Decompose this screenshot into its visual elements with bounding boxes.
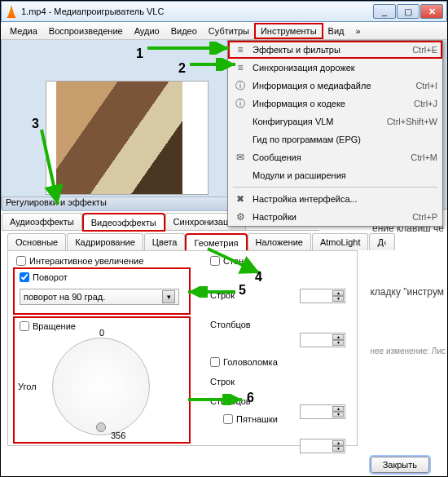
wall-rows-spin[interactable]: 3 ▴▾ — [300, 289, 345, 303]
tools-menu-item[interactable]: Гид по программам (EPG) — [228, 130, 442, 148]
menu-tools[interactable]: Инструменты — [255, 24, 323, 38]
rotation-checkbox[interactable] — [20, 321, 29, 331]
video-effects-tabs: Основные Кадрирование Цвета Геометрия На… — [7, 232, 358, 250]
puzzle-cols-spin[interactable]: 4 ▴▾ — [300, 439, 345, 453]
rotate-combo[interactable]: поворот на 90 град. ▾ — [20, 289, 179, 305]
bg-text: нее изменение: Лис — [371, 347, 446, 356]
menu-item-label: Информация о медиафайле — [253, 81, 409, 91]
menubar: Медиа Воспроизведение Аудио Видео Субтит… — [1, 22, 447, 40]
spin-up-icon[interactable]: ▴ — [332, 406, 344, 412]
tools-menu-item[interactable]: ⓘИнформация о медиафайлеCtrl+I — [228, 77, 442, 95]
tools-menu-item[interactable]: ⚙НастройкиCtrl+P — [228, 208, 442, 226]
tab-audio-effects[interactable]: Аудиоэффекты — [2, 213, 82, 230]
maximize-button[interactable]: ▢ — [397, 4, 419, 19]
menu-item-shortcut: Ctrl+P — [412, 212, 437, 222]
fifteen-check[interactable]: Пятнашки — [223, 414, 278, 424]
menu-view[interactable]: Вид — [323, 24, 350, 38]
tools-menu-item[interactable]: Модули и расширения — [228, 166, 442, 184]
tools-menu-item[interactable]: ≡Синхронизация дорожек — [228, 59, 442, 77]
tab-colors[interactable]: Цвета — [144, 233, 186, 250]
menu-item-shortcut: Ctrl+Shift+W — [387, 117, 437, 126]
puzzle-label: Головоломка — [223, 357, 278, 367]
minimize-button[interactable]: _ — [373, 4, 396, 19]
dialog-close-button[interactable]: Закрыть — [371, 457, 429, 473]
menu-item-shortcut: Ctrl+E — [412, 45, 437, 55]
spin-down-icon[interactable]: ▾ — [332, 446, 344, 452]
menu-item-icon: ✉ — [233, 150, 248, 165]
svg-line-2 — [42, 130, 58, 205]
wall-cols-spin[interactable]: 3 ▴▾ — [300, 333, 345, 347]
arrow-2 — [187, 58, 242, 71]
tab-video-effects[interactable]: Видеоэффекты — [83, 214, 165, 231]
menu-video[interactable]: Видео — [165, 24, 203, 38]
tab-more[interactable]: Д‹ — [369, 233, 394, 250]
callout-3: 3 — [32, 117, 39, 131]
spin-up-icon[interactable]: ▴ — [332, 334, 344, 340]
menu-separator — [233, 187, 437, 188]
callout-5: 5 — [239, 283, 246, 298]
close-button[interactable]: ✕ — [420, 4, 443, 19]
menu-item-icon — [233, 168, 248, 183]
tools-menu-item[interactable]: ≡Эффекты и фильтрыCtrl+E — [228, 41, 442, 59]
menu-item-label: Настройка интерфейса... — [253, 194, 431, 204]
arrow-6 — [183, 394, 248, 405]
menu-item-icon: ⓘ — [233, 78, 248, 93]
puzzle-check[interactable]: Головоломка — [210, 357, 278, 367]
spin-down-icon[interactable]: ▾ — [332, 340, 344, 346]
interactive-zoom-label: Интерактивное увеличение — [29, 256, 143, 266]
spin-up-icon[interactable]: ▴ — [332, 290, 344, 296]
vlc-icon — [5, 5, 18, 18]
interactive-zoom-check[interactable]: Интерактивное увеличение — [16, 256, 143, 266]
menu-media[interactable]: Медиа — [4, 24, 43, 38]
rotate-check[interactable]: Поворот — [20, 272, 68, 282]
menu-item-label: Сообщения — [253, 152, 404, 162]
arrow-3 — [33, 123, 66, 213]
fifteen-checkbox[interactable] — [223, 414, 233, 424]
dial-min: 0 — [99, 328, 104, 338]
interactive-zoom-checkbox[interactable] — [16, 256, 26, 266]
menu-item-label: Настройки — [253, 212, 406, 222]
tab-basic[interactable]: Основные — [7, 233, 66, 250]
menu-item-label: Синхронизация дорожек — [253, 63, 431, 73]
tools-menu-item[interactable]: ⓘИнформация о кодекеCtrl+J — [228, 95, 442, 113]
rotation-check[interactable]: Вращение — [20, 321, 76, 331]
arrow-5 — [183, 286, 240, 298]
menu-item-shortcut: Ctrl+J — [414, 99, 437, 108]
tab-atmolight[interactable]: AtmoLight — [312, 233, 369, 250]
menu-overflow[interactable]: » — [349, 24, 366, 38]
menu-playback[interactable]: Воспроизведение — [43, 24, 129, 38]
rotate-combo-value: поворот на 90 град. — [24, 292, 105, 302]
puzzle-rows-label: Строк — [210, 377, 235, 386]
menu-item-icon — [233, 132, 248, 147]
tools-menu-item[interactable]: ✖Настройка интерфейса... — [228, 190, 442, 208]
spin-down-icon[interactable]: ▾ — [332, 296, 344, 302]
callout-6: 6 — [247, 391, 254, 405]
geometry-panel: Интерактивное увеличение Стена Поворот п… — [7, 250, 358, 446]
callout-4: 4 — [255, 270, 262, 285]
menu-subtitles[interactable]: Субтитры — [203, 24, 255, 38]
menu-item-icon: ⓘ — [233, 96, 248, 111]
menu-item-label: Конфигурация VLM — [253, 117, 380, 126]
menu-item-icon: ✖ — [233, 192, 248, 206]
video-thumbnail — [46, 81, 209, 195]
rotation-label: Вращение — [33, 321, 76, 331]
rotate-label: Поворот — [33, 272, 68, 282]
rotation-dial[interactable] — [52, 338, 150, 435]
chevron-down-icon[interactable]: ▾ — [162, 290, 175, 303]
tab-crop[interactable]: Кадрирование — [67, 233, 143, 250]
tools-menu-item[interactable]: Конфигурация VLMCtrl+Shift+W — [228, 113, 442, 130]
puzzle-checkbox[interactable] — [210, 357, 220, 367]
menu-item-icon — [233, 114, 248, 129]
puzzle-rows-spin[interactable]: 4 ▴▾ — [300, 404, 345, 419]
window-titlebar: 1.mp4 - Медиапроигрыватель VLC _ ▢ ✕ — [1, 1, 447, 22]
spin-down-icon[interactable]: ▾ — [332, 412, 344, 417]
menu-audio[interactable]: Аудио — [129, 24, 165, 38]
menu-item-label: Гид по программам (EPG) — [253, 135, 431, 144]
rotate-checkbox[interactable] — [20, 272, 29, 282]
wall-cols-label: Столбцов — [210, 320, 251, 329]
menu-item-shortcut: Ctrl+I — [415, 81, 437, 91]
menu-item-icon: ⚙ — [233, 210, 248, 224]
spin-up-icon[interactable]: ▴ — [332, 440, 344, 446]
tools-menu-item[interactable]: ✉СообщенияCtrl+M — [228, 148, 442, 166]
callout-2: 2 — [178, 61, 186, 76]
